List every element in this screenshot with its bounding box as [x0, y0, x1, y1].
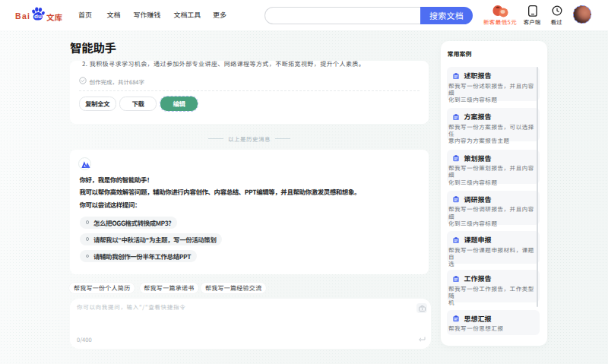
- svg-text:du: du: [34, 13, 42, 20]
